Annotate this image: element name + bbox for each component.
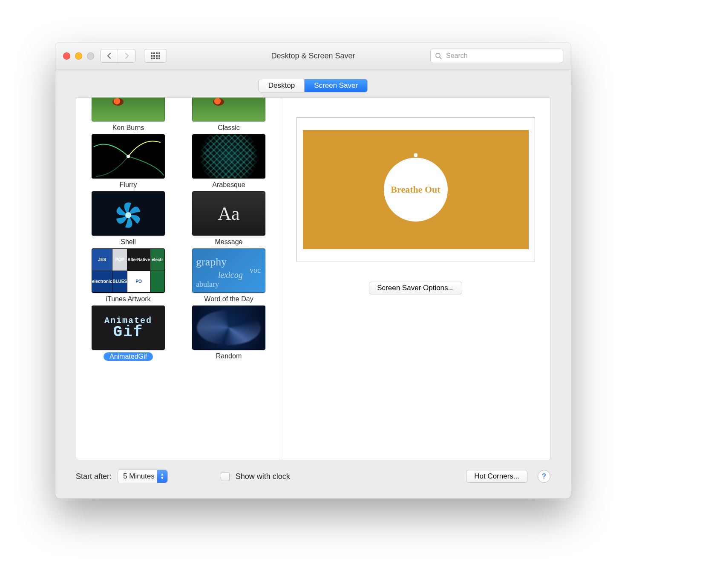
prefs-window: Desktop & Screen Saver Desktop Screen Sa… [55, 43, 571, 499]
show-with-clock-label: Show with clock [236, 472, 290, 481]
itunes-tile: POP [112, 249, 127, 271]
screensaver-item-animatedgif[interactable]: Animated Gif AnimatedGif [84, 306, 173, 361]
screensaver-label: Random [216, 352, 242, 360]
screensaver-preview-frame[interactable]: Breathe Out [297, 117, 535, 262]
thumbnail [192, 306, 265, 350]
grid-icon [151, 52, 160, 59]
forward-button [118, 49, 135, 62]
screensaver-item-message[interactable]: Aa Message [184, 191, 273, 246]
thumbnail: Animated Gif [92, 306, 165, 350]
start-after-label: Start after: [76, 472, 112, 481]
screensaver-item-flurry[interactable]: Flurry [84, 134, 173, 189]
tab-desktop[interactable]: Desktop [259, 79, 304, 92]
search-input[interactable] [445, 52, 559, 60]
screensaver-item-kenburns[interactable]: Ken Burns [84, 100, 173, 132]
start-after-value: 5 Minutes [123, 472, 155, 481]
preview-circle: Breathe Out [384, 158, 448, 222]
tab-screensaver[interactable]: Screen Saver [304, 79, 367, 92]
help-button[interactable]: ? [538, 470, 550, 483]
screensaver-label: Classic [218, 124, 240, 132]
screensaver-label: Arabesque [212, 181, 245, 189]
content-area: Ken Burns Classic [76, 97, 550, 460]
screensaver-item-arabesque[interactable]: Arabesque [184, 134, 273, 189]
show-all-button[interactable] [144, 49, 167, 63]
screensaver-label: iTunes Artwork [106, 295, 150, 303]
select-stepper-icon: ▲▼ [157, 470, 167, 483]
thumbnail: JESPOPAlterNativeelectrelectronicBLUESPO [92, 248, 165, 293]
screensaver-item-classic[interactable]: Classic [184, 100, 273, 132]
nav-group [100, 49, 135, 63]
screensaver-label-selected: AnimatedGif [104, 352, 153, 361]
screensaver-label: Word of the Day [204, 295, 253, 303]
svg-point-3 [125, 212, 131, 218]
chevron-left-icon [107, 53, 112, 59]
screensaver-item-shell[interactable]: Shell [84, 191, 173, 246]
svg-line-1 [440, 57, 441, 59]
segmented-control: Desktop Screen Saver [259, 79, 368, 92]
show-with-clock-checkbox[interactable] [221, 472, 230, 481]
screensaver-item-random[interactable]: Random [184, 306, 273, 361]
screensaver-label: Flurry [120, 181, 137, 189]
screensaver-item-wotd[interactable]: graphy voc lexicog abulary Word of the D… [184, 248, 273, 303]
tab-bar: Desktop Screen Saver [55, 69, 571, 99]
screensaver-options-button[interactable]: Screen Saver Options... [369, 282, 462, 294]
thumbnail [192, 98, 265, 121]
search-icon [435, 52, 442, 59]
itunes-tile: JES [92, 249, 112, 271]
itunes-tile: AlterNative [127, 249, 150, 271]
screensaver-label: Message [215, 238, 243, 246]
preview-text: Breathe Out [391, 184, 440, 195]
minimize-window-button[interactable] [75, 52, 82, 60]
chevron-right-icon [124, 53, 129, 59]
thumbnail [92, 134, 165, 179]
thumbnail [92, 191, 165, 236]
screensaver-list[interactable]: Ken Burns Classic [76, 98, 281, 460]
window-controls [63, 52, 94, 60]
thumbnail: graphy voc lexicog abulary [192, 248, 265, 293]
titlebar: Desktop & Screen Saver [55, 43, 571, 69]
itunes-tile: PO [127, 271, 150, 293]
bottom-bar: Start after: 5 Minutes ▲▼ Show with cloc… [76, 467, 550, 486]
screensaver-label: Ken Burns [112, 124, 144, 132]
screensaver-label: Shell [121, 238, 136, 246]
itunes-tile: BLUES [112, 271, 127, 293]
back-button[interactable] [101, 49, 118, 62]
thumbnail: Aa [192, 191, 265, 236]
svg-point-2 [127, 155, 130, 158]
close-window-button[interactable] [63, 52, 70, 60]
thumbnail [92, 98, 165, 121]
itunes-tile: electr [150, 249, 164, 271]
screensaver-item-itunes[interactable]: JESPOPAlterNativeelectrelectronicBLUESPO… [84, 248, 173, 303]
screensaver-preview: Breathe Out [303, 126, 529, 254]
thumbnail [192, 134, 265, 179]
message-sample: Aa [218, 203, 239, 225]
hot-corners-button[interactable]: Hot Corners... [466, 470, 527, 483]
itunes-tile [150, 271, 164, 293]
itunes-tile: electronic [92, 271, 112, 293]
zoom-window-button [87, 52, 94, 60]
search-field-wrap[interactable] [430, 49, 563, 63]
preview-pane: Breathe Out Screen Saver Options... [281, 98, 550, 460]
start-after-select[interactable]: 5 Minutes ▲▼ [118, 470, 168, 483]
